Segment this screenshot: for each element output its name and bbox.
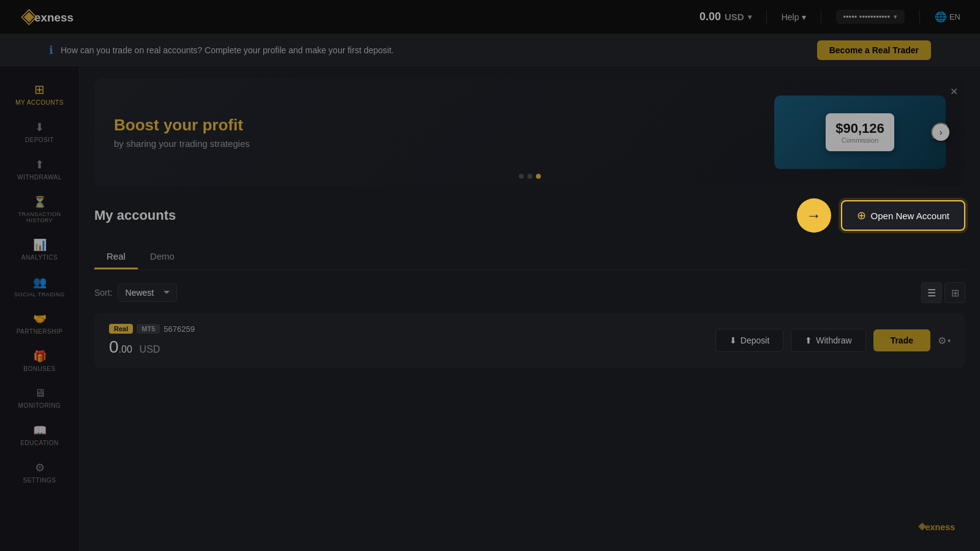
sidebar-item-monitoring[interactable]: 🖥 MONITORING <box>0 381 79 415</box>
tab-demo-label: Demo <box>150 251 175 261</box>
sidebar-item-partnership[interactable]: 🤝 PARTNERSHIP <box>0 306 79 341</box>
withdraw-button[interactable]: ⬆ Withdraw <box>791 329 865 352</box>
promo-text: Boost your profit by sharing your tradin… <box>114 116 250 149</box>
list-view-button[interactable]: ☰ <box>921 282 942 303</box>
tag-mt5: MT5 <box>137 324 160 334</box>
account-settings-icon: ⚙ <box>938 335 946 347</box>
account-settings-chevron: ▾ <box>948 337 951 344</box>
account-card: Real MT5 5676259 0.00 USD ⬇ Deposit <box>94 313 965 368</box>
help-button[interactable]: Help ▾ <box>782 12 806 22</box>
topbar-divider2 <box>821 10 821 24</box>
promo-heading-main: Boost your <box>114 116 202 134</box>
sidebar-item-my-accounts[interactable]: ⊞ MY ACCOUNTS <box>0 76 79 112</box>
sidebar-item-settings[interactable]: ⚙ SETTINGS <box>0 455 79 490</box>
sidebar-item-transaction-history[interactable]: ⏳ TRANSACTION HISTORY <box>0 189 79 230</box>
promo-dots <box>519 174 541 179</box>
topbar-divider <box>766 10 767 24</box>
monitoring-icon: 🖥 <box>34 387 45 400</box>
info-icon: ℹ <box>49 43 53 57</box>
accounts-header: My accounts → ⊕ Open New Account <box>94 198 965 233</box>
promo-dot-2[interactable] <box>527 174 532 179</box>
main-layout: ⊞ MY ACCOUNTS ⬇ DEPOSIT ⬆ WITHDRAWAL ⏳ T… <box>0 66 980 551</box>
sort-select[interactable]: Newest Oldest Balance <box>118 283 177 302</box>
bottom-logo-icon: exness <box>916 517 965 536</box>
svg-text:exness: exness <box>34 10 74 23</box>
my-accounts-icon: ⊞ <box>34 82 45 97</box>
user-chevron-icon: ▾ <box>894 13 897 21</box>
sidebar-item-deposit[interactable]: ⬇ DEPOSIT <box>0 114 79 149</box>
sidebar-item-bonuses[interactable]: 🎁 BONUSES <box>0 343 79 378</box>
help-chevron-icon: ▾ <box>802 12 806 22</box>
view-controls: ☰ ⊞ <box>921 282 965 303</box>
promo-card-label: Commission <box>835 137 884 144</box>
promo-heading-highlight: profit <box>202 116 243 134</box>
sidebar-item-label-withdrawal: WITHDRAWAL <box>17 174 62 181</box>
sidebar-item-education[interactable]: 📖 EDUCATION <box>0 418 79 452</box>
topbar-right: 0.00 USD ▾ Help ▾ ••••• ••••••••••• ▾ 🌐 … <box>699 10 960 24</box>
svg-text:exness: exness <box>925 522 955 532</box>
logo-area: exness <box>20 7 93 27</box>
deposit-button[interactable]: ⬇ Deposit <box>715 329 783 352</box>
accounts-section: My accounts → ⊕ Open New Account Real De… <box>80 198 980 390</box>
promo-dot-1[interactable] <box>519 174 524 179</box>
tab-demo[interactable]: Demo <box>138 245 187 269</box>
sidebar-item-label-settings: SETTINGS <box>23 477 56 484</box>
topbar: exness 0.00 USD ▾ Help ▾ ••••• •••••••••… <box>0 0 980 34</box>
withdraw-label: Withdraw <box>816 335 851 345</box>
sidebar-item-label-social-trading: SOCIAL TRADING <box>14 291 65 298</box>
sidebar-item-label-bonuses: BONUSES <box>23 365 55 372</box>
sidebar-item-withdrawal[interactable]: ⬆ WITHDRAWAL <box>0 152 79 187</box>
list-view-icon: ☰ <box>927 287 936 299</box>
tab-real-label: Real <box>107 251 126 261</box>
balance-display[interactable]: 0.00 USD ▾ <box>699 10 752 23</box>
sidebar-item-social-trading[interactable]: 👥 SOCIAL TRADING <box>0 269 79 304</box>
language-button[interactable]: 🌐 EN <box>935 11 960 23</box>
education-icon: 📖 <box>33 424 47 437</box>
analytics-icon: 📊 <box>33 238 47 252</box>
balance-chevron-icon: ▾ <box>748 13 752 21</box>
sidebar-item-label-transaction-history: TRANSACTION HISTORY <box>7 211 72 223</box>
sidebar-item-analytics[interactable]: 📊 ANALYTICS <box>0 232 79 267</box>
sidebar-item-label-monitoring: MONITORING <box>18 402 61 409</box>
open-account-area: → ⊕ Open New Account <box>797 198 965 233</box>
account-balance: 0.00 USD <box>109 337 195 357</box>
sidebar-item-label-deposit: DEPOSIT <box>25 137 54 143</box>
topbar-divider3 <box>919 10 920 24</box>
transaction-history-icon: ⏳ <box>33 195 47 209</box>
account-number: 5676259 <box>164 324 195 334</box>
help-label: Help <box>782 12 799 22</box>
account-tabs: Real Demo <box>94 245 965 270</box>
sort-label: Sort: <box>94 288 113 298</box>
sort-area: Sort: Newest Oldest Balance <box>94 283 177 302</box>
sidebar-item-label-my-accounts: MY ACCOUNTS <box>15 99 64 106</box>
trade-button[interactable]: Trade <box>873 329 930 351</box>
account-tags: Real MT5 5676259 <box>109 324 195 334</box>
logo-icon: exness <box>20 7 93 27</box>
promo-image: $90,126 Commission <box>774 96 946 169</box>
plus-icon: ⊕ <box>857 209 866 222</box>
balance-cents: .00 <box>119 344 132 354</box>
sidebar-item-label-education: EDUCATION <box>20 440 59 446</box>
tag-real: Real <box>109 324 133 334</box>
deposit-icon: ⬇ <box>35 121 44 134</box>
open-new-account-button[interactable]: ⊕ Open New Account <box>841 200 965 231</box>
close-banner-button[interactable]: ✕ <box>950 86 958 97</box>
bonuses-icon: 🎁 <box>33 350 47 363</box>
promo-dot-3[interactable] <box>536 174 541 179</box>
sidebar-item-label-analytics: ANALYTICS <box>21 254 58 261</box>
globe-icon: 🌐 <box>935 11 947 23</box>
sidebar: ⊞ MY ACCOUNTS ⬇ DEPOSIT ⬆ WITHDRAWAL ⏳ T… <box>0 66 80 551</box>
grid-view-icon: ⊞ <box>951 287 959 299</box>
deposit-label: Deposit <box>741 335 769 345</box>
account-settings-button[interactable]: ⚙ ▾ <box>938 335 951 347</box>
account-card-right: ⬇ Deposit ⬆ Withdraw Trade ⚙ ▾ <box>715 329 951 352</box>
promo-card: $90,126 Commission <box>826 113 894 151</box>
promo-next-button[interactable]: › <box>931 122 951 142</box>
balance-value: 0.00 <box>699 10 721 23</box>
user-dropdown[interactable]: ••••• ••••••••••• ▾ <box>836 10 905 24</box>
tab-real[interactable]: Real <box>94 245 138 269</box>
account-card-left: Real MT5 5676259 0.00 USD <box>109 324 195 357</box>
grid-view-button[interactable]: ⊞ <box>944 282 965 303</box>
become-real-trader-button[interactable]: Become a Real Trader <box>817 40 931 60</box>
open-new-account-label: Open New Account <box>871 211 949 221</box>
